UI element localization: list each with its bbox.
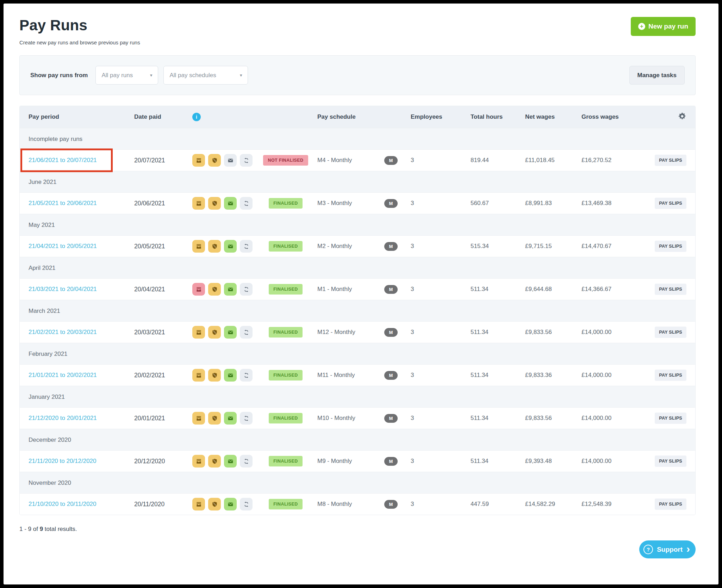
net-wages: £9,715.15 (525, 243, 581, 250)
shield-icon (208, 455, 221, 468)
schedule-monthly-badge: M (384, 242, 398, 251)
envelope-icon (224, 283, 237, 296)
pay-runs-dropdown-value: All pay runs (101, 72, 133, 79)
date-paid: 20/06/2021 (134, 200, 192, 207)
col-header-employees: Employees (411, 113, 471, 120)
date-paid: 20/11/2020 (134, 501, 192, 508)
journal-icon (192, 455, 205, 468)
pay-slips-button[interactable]: PAY SLIPS (655, 241, 686, 252)
pay-period-link[interactable]: 21/10/2020 to 20/11/2020 (29, 501, 97, 507)
pay-slips-button[interactable]: PAY SLIPS (655, 198, 686, 209)
employees-count: 3 (411, 415, 471, 422)
pay-period-link[interactable]: 21/11/2020 to 20/12/2020 (29, 458, 97, 464)
shield-icon (208, 154, 221, 167)
status-icons (192, 326, 254, 339)
schedule-monthly-badge: M (384, 371, 398, 380)
pay-period-link[interactable]: 21/12/2020 to 20/01/2021 (29, 415, 97, 421)
pay-slips-button[interactable]: PAY SLIPS (655, 370, 686, 381)
pay-runs-table: Pay period Date paid i Pay schedule Empl… (19, 106, 696, 515)
net-wages: £11,018.45 (525, 157, 581, 164)
gross-wages: £14,000.00 (581, 458, 638, 465)
section-label: December 2020 (29, 437, 71, 443)
refresh-icon (240, 326, 253, 339)
net-wages: £9,833.56 (525, 415, 581, 422)
section-header-row: January 2021 (20, 386, 695, 407)
section-label: November 2020 (29, 479, 71, 486)
pay-run-row: 21/03/2021 to 20/04/2021 20/04/2021 FINA… (20, 278, 695, 300)
pay-run-row: 21/05/2021 to 20/06/2021 20/06/2021 FINA… (20, 192, 695, 214)
refresh-icon (240, 240, 253, 253)
table-body: Incomplete pay runs 21/06/2021 to 20/07/… (20, 128, 695, 515)
pay-schedule: M9 - Monthly (317, 458, 384, 465)
pay-runs-page: Pay Runs Create new pay runs and browse … (4, 4, 718, 584)
pay-schedule: M12 - Monthly (317, 329, 384, 336)
section-label: June 2021 (29, 179, 56, 185)
employees-count: 3 (411, 243, 471, 250)
net-wages: £9,393.48 (525, 458, 581, 465)
envelope-icon (224, 326, 237, 339)
status-icons (192, 240, 254, 253)
pay-runs-dropdown[interactable]: All pay runs ▾ (95, 66, 158, 85)
pay-schedule: M10 - Monthly (317, 415, 384, 422)
employees-count: 3 (411, 372, 471, 379)
date-paid: 20/07/2021 (134, 157, 192, 164)
page-title: Pay Runs (19, 17, 140, 34)
pay-slips-button[interactable]: PAY SLIPS (655, 284, 686, 295)
total-hours: 511.34 (471, 415, 525, 422)
date-paid: 20/05/2021 (134, 243, 192, 250)
gross-wages: £14,470.67 (581, 243, 638, 250)
pay-period-link[interactable]: 21/01/2021 to 20/02/2021 (29, 372, 97, 378)
info-icon[interactable]: i (192, 113, 201, 121)
schedule-monthly-badge: M (384, 199, 398, 208)
pay-slips-button[interactable]: PAY SLIPS (655, 327, 686, 338)
journal-icon (192, 154, 205, 167)
refresh-icon (240, 455, 253, 468)
refresh-icon (240, 154, 253, 167)
new-pay-run-button[interactable]: + New pay run (631, 17, 696, 36)
pay-period-link[interactable]: 21/02/2021 to 20/03/2021 (29, 329, 97, 335)
pay-period-link[interactable]: 21/03/2021 to 20/04/2021 (29, 286, 97, 292)
pay-schedule: M2 - Monthly (317, 243, 384, 250)
pay-slips-button[interactable]: PAY SLIPS (655, 155, 686, 166)
status-icons (192, 283, 254, 296)
date-paid: 20/01/2021 (134, 415, 192, 422)
pay-slips-button[interactable]: PAY SLIPS (655, 499, 686, 510)
refresh-icon (240, 283, 253, 296)
status-icons (192, 412, 254, 425)
pay-period-link[interactable]: 21/04/2021 to 20/05/2021 (29, 243, 97, 249)
employees-count: 3 (411, 329, 471, 336)
gear-icon[interactable] (678, 112, 686, 122)
pay-run-row: 21/10/2020 to 20/11/2020 20/11/2020 FINA… (20, 493, 695, 515)
section-header-row: November 2020 (20, 472, 695, 493)
total-hours: 819.44 (471, 157, 525, 164)
status-badge: FINALISED (269, 198, 303, 209)
gross-wages: £13,469.38 (581, 200, 638, 207)
pay-period-link[interactable]: 21/06/2021 to 20/07/2021 (29, 157, 97, 163)
net-wages: £14,582.29 (525, 501, 581, 508)
refresh-icon (240, 412, 253, 425)
manage-tasks-button[interactable]: Manage tasks (629, 66, 685, 85)
envelope-icon (224, 154, 237, 167)
section-header-row: May 2021 (20, 214, 695, 235)
status-badge: FINALISED (269, 370, 303, 380)
status-icons (192, 369, 254, 382)
col-header-pay-period: Pay period (29, 113, 134, 120)
status-icons (192, 154, 254, 167)
chevron-right-icon: › (686, 544, 690, 554)
col-header-gross-wages: Gross wages (581, 113, 638, 120)
employees-count: 3 (411, 286, 471, 293)
section-header-row: February 2021 (20, 343, 695, 364)
pay-slips-button[interactable]: PAY SLIPS (655, 456, 686, 467)
status-icons (192, 498, 254, 510)
pay-run-row: 21/02/2021 to 20/03/2021 20/03/2021 FINA… (20, 321, 695, 343)
status-badge: NOT FINALISED (263, 155, 308, 166)
pay-run-row: 21/11/2020 to 20/12/2020 20/12/2020 FINA… (20, 450, 695, 472)
schedule-monthly-badge: M (384, 500, 398, 509)
pay-period-link[interactable]: 21/05/2021 to 20/06/2021 (29, 200, 97, 206)
pay-schedules-dropdown[interactable]: All pay schedules ▾ (163, 66, 248, 85)
support-button[interactable]: ? Support › (639, 540, 696, 558)
gross-wages: £14,366.67 (581, 286, 638, 293)
col-header-date-paid: Date paid (134, 113, 192, 120)
schedule-monthly-badge: M (384, 156, 398, 165)
pay-slips-button[interactable]: PAY SLIPS (655, 413, 686, 424)
